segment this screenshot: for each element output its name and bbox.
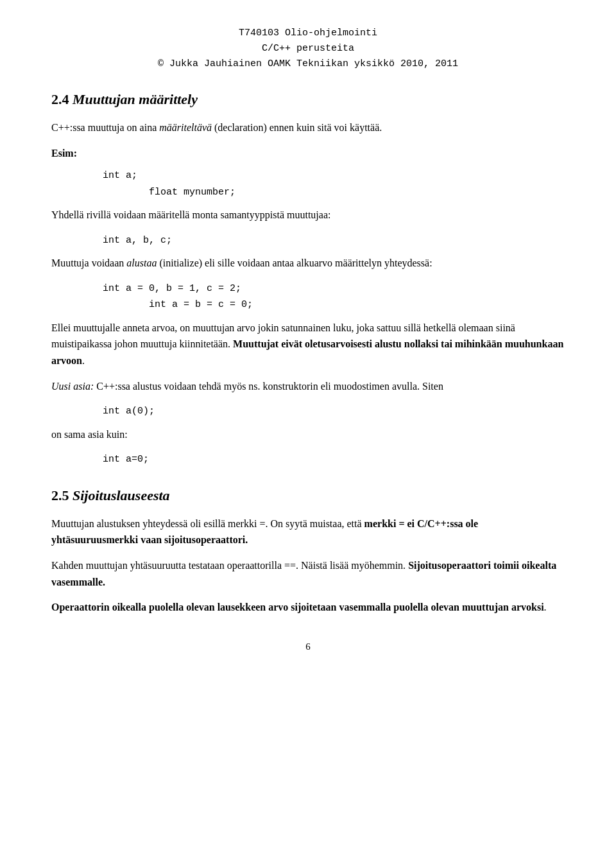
text3-pre: Muuttuja voidaan: [51, 257, 126, 268]
text3-mid: (initialize) eli sille voidaan antaa alk…: [157, 257, 432, 268]
text4: Ellei muuttujalle anneta arvoa, on muutt…: [51, 320, 565, 369]
text4-end: .: [82, 355, 85, 366]
intro-text: C++:ssa muuttuja on aina: [51, 122, 159, 133]
code-block-3: int a = 0, b = 1, c = 2; int a = b = c =…: [103, 281, 565, 313]
text5-em: Uusi asia:: [51, 381, 94, 392]
section-25-title-label: Sijoituslauseesta: [73, 487, 170, 503]
section-24-title: 2.4 Muuttujan määrittely: [51, 91, 565, 108]
text5-rest: C++:ssa alustus voidaan tehdä myös ns. k…: [94, 381, 443, 392]
page-number-value: 6: [305, 641, 311, 652]
section-25-text1: Muuttujan alustuksen yhteydessä oli esil…: [51, 516, 565, 548]
esim-label-line: Esim:: [51, 145, 565, 162]
esim-label: Esim:: [51, 148, 77, 159]
text2-content: Yhdellä rivillä voidaan määritellä monta…: [51, 209, 330, 220]
code-block-2: int a, b, c;: [103, 232, 565, 249]
text6: on sama asia kuin:: [51, 426, 565, 443]
text6-content: on sama asia kuin:: [51, 429, 128, 440]
text3-bold: Operaattorin oikealla puolella olevan la…: [51, 602, 544, 613]
section-25-title: 2.5 Sijoituslauseesta: [51, 487, 565, 504]
section-24-title-label: Muuttujan määrittely: [73, 91, 198, 107]
text3-end: .: [544, 602, 547, 613]
section-24-number: 2.4: [51, 91, 69, 107]
section-25-text3: Operaattorin oikealla puolella olevan la…: [51, 599, 565, 616]
header-line3: © Jukka Jauhiainen OAMK Tekniikan yksikk…: [51, 57, 565, 72]
text3-em: alustaa: [126, 257, 157, 268]
code-block-5: int a=0;: [103, 451, 565, 468]
page-header: T740103 Olio-ohjelmointi C/C++ perusteit…: [51, 26, 565, 72]
section-24-intro: C++:ssa muuttuja on aina määriteltävä (d…: [51, 119, 565, 136]
text1-normal: Muuttujan alustuksen yhteydessä oli esil…: [51, 518, 364, 529]
header-line1: T740103 Olio-ohjelmointi: [51, 26, 565, 41]
header-line2: C/C++ perusteita: [51, 41, 565, 57]
section-25-text2: Kahden muuttujan yhtäsuuruutta testataan…: [51, 557, 565, 590]
text5: Uusi asia: C++:ssa alustus voidaan tehdä…: [51, 378, 565, 395]
section-24: 2.4 Muuttujan määrittely C++:ssa muuttuj…: [51, 91, 565, 468]
text3: Muuttuja voidaan alustaa (initialize) el…: [51, 255, 565, 272]
text2: Yhdellä rivillä voidaan määritellä monta…: [51, 207, 565, 223]
code-block-1: int a; float mynumber;: [103, 168, 565, 200]
section-25: 2.5 Sijoituslauseesta Muuttujan alustuks…: [51, 487, 565, 616]
text2-pre: Kahden muuttujan yhtäsuuruutta testataan…: [51, 560, 408, 571]
code-block-4: int a(0);: [103, 403, 565, 420]
intro-em: määriteltävä: [159, 122, 212, 133]
section-25-number: 2.5: [51, 487, 69, 503]
page-number: 6: [51, 641, 565, 652]
intro-rest: (declaration) ennen kuin sitä voi käyttä…: [212, 122, 382, 133]
